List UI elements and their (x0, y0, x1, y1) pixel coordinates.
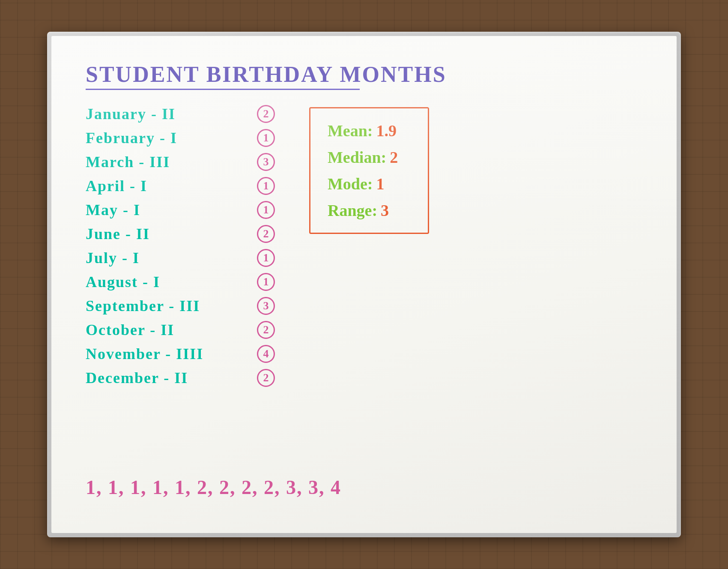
month-row: July - I1 (86, 247, 275, 269)
month-circle: 3 (257, 297, 275, 315)
range-row: Range: 3 (328, 201, 411, 220)
month-row: November - IIII4 (86, 343, 275, 365)
mode-row: Mode: 1 (328, 174, 411, 193)
months-list: January - II2February - I1March - III3Ap… (86, 103, 275, 389)
title-underline (86, 89, 360, 90)
month-row: October - II2 (86, 319, 275, 341)
month-circle: 3 (257, 153, 275, 171)
month-label: March - III (86, 153, 248, 171)
month-label: February - I (86, 129, 248, 147)
month-row: January - II2 (86, 103, 275, 125)
month-label: July - I (86, 249, 248, 267)
month-label: June - II (86, 225, 248, 243)
month-circle: 1 (257, 177, 275, 195)
month-row: September - III3 (86, 295, 275, 317)
month-row: June - II2 (86, 223, 275, 245)
month-circle: 1 (257, 201, 275, 219)
month-circle: 4 (257, 345, 275, 363)
month-row: December - II2 (86, 367, 275, 389)
month-circle: 2 (257, 105, 275, 123)
range-value: 3 (381, 201, 389, 220)
whiteboard-frame: Student Birthday Months January - II2Feb… (47, 32, 681, 537)
whiteboard-surface: Student Birthday Months January - II2Feb… (51, 36, 677, 533)
month-label: November - IIII (86, 345, 248, 363)
month-label: September - III (86, 297, 248, 315)
month-label: May - I (86, 201, 248, 219)
month-row: February - I1 (86, 127, 275, 149)
month-label: April - I (86, 177, 248, 195)
title-section: Student Birthday Months (86, 62, 642, 90)
month-circle: 1 (257, 249, 275, 267)
month-circle: 1 (257, 129, 275, 147)
month-row: August - I1 (86, 271, 275, 293)
range-label: Range: (328, 201, 377, 220)
month-row: March - III3 (86, 151, 275, 173)
month-label: October - II (86, 321, 248, 339)
mean-value: 1.9 (376, 121, 397, 140)
month-circle: 2 (257, 369, 275, 387)
month-circle: 2 (257, 321, 275, 339)
month-circle: 2 (257, 225, 275, 243)
median-row: Median: 2 (328, 148, 411, 167)
mean-label: Mean: (328, 121, 373, 140)
mean-row: Mean: 1.9 (328, 121, 411, 140)
month-label: December - II (86, 369, 248, 387)
mode-value: 1 (376, 174, 385, 193)
sorted-data: 1, 1, 1, 1, 1, 2, 2, 2, 2, 3, 3, 4 (86, 476, 341, 499)
stats-box: Mean: 1.9 Median: 2 Mode: 1 Range: 3 (309, 107, 429, 234)
month-circle: 1 (257, 273, 275, 291)
content-area: January - II2February - I1March - III3Ap… (86, 103, 642, 389)
median-value: 2 (390, 148, 398, 167)
month-label: January - II (86, 105, 248, 123)
mode-label: Mode: (328, 174, 373, 193)
page-title: Student Birthday Months (86, 62, 642, 87)
month-label: August - I (86, 273, 248, 291)
median-label: Median: (328, 148, 386, 167)
month-row: May - I1 (86, 199, 275, 221)
month-row: April - I1 (86, 175, 275, 197)
